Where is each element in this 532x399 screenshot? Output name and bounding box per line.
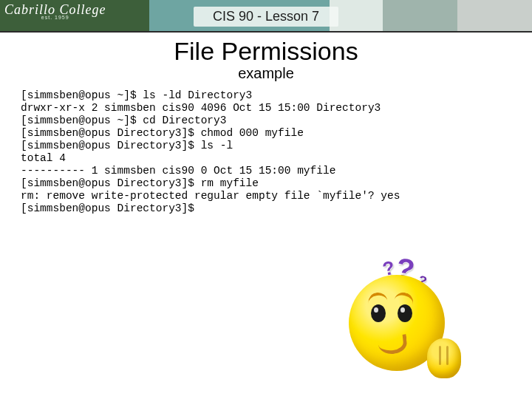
terminal-line: [simmsben@opus Directory3]$ xyxy=(21,202,194,214)
terminal-line: [simmsben@opus ~]$ ls -ld Directory3 xyxy=(21,89,252,101)
terminal-line: rm: remove write-protected regular empty… xyxy=(21,190,400,202)
terminal-line: [simmsben@opus Directory3]$ rm myfile xyxy=(21,177,259,189)
emoji-mouth xyxy=(378,334,408,355)
emoji-hand xyxy=(427,338,461,378)
terminal-line: ---------- 1 simmsben cis90 0 Oct 15 15:… xyxy=(21,165,335,177)
slide-subtitle: example xyxy=(0,65,532,82)
banner-title-wrap: CIS 90 - Lesson 7 xyxy=(0,0,532,33)
terminal-output: [simmsben@opus ~]$ ls -ld Directory3 drw… xyxy=(21,89,511,215)
emoji-eye xyxy=(371,304,386,322)
course-title: CIS 90 - Lesson 7 xyxy=(194,7,338,27)
terminal-line: drwxr-xr-x 2 simmsben cis90 4096 Oct 15 … xyxy=(21,102,381,114)
terminal-line: [simmsben@opus Directory3]$ chmod 000 my… xyxy=(21,127,304,139)
terminal-line: [simmsben@opus Directory3]$ ls -l xyxy=(21,140,233,151)
slide-headings: File Permissions example xyxy=(0,37,532,82)
thinking-emoji: ? ? ? xyxy=(340,259,458,377)
slide-title: File Permissions xyxy=(0,37,532,65)
emoji-eye xyxy=(398,304,412,322)
terminal-line: total 4 xyxy=(21,152,66,164)
header-banner: Cabrillo College est. 1959 CIS 90 - Less… xyxy=(0,0,532,33)
terminal-line: [simmsben@opus ~]$ cd Directory3 xyxy=(21,115,226,126)
